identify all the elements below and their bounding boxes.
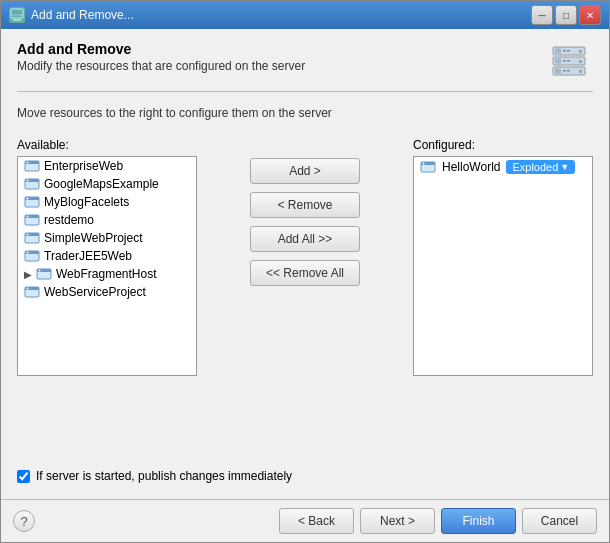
available-label: Available: — [17, 138, 197, 152]
help-button[interactable]: ? — [13, 510, 35, 532]
title-bar: Add and Remove... ─ □ ✕ — [1, 1, 609, 29]
svg-rect-7 — [579, 50, 582, 53]
svg-rect-4 — [555, 49, 561, 54]
exploded-dropdown-arrow[interactable]: ▼ — [560, 162, 569, 172]
close-button[interactable]: ✕ — [579, 5, 601, 25]
publish-checkbox-label[interactable]: If server is started, publish changes im… — [36, 469, 292, 483]
publish-checkbox[interactable] — [17, 470, 30, 483]
transfer-buttons: Add > < Remove Add All >> << Remove All — [197, 158, 413, 286]
page-header: Add and Remove Modify the resources that… — [17, 41, 593, 92]
svg-point-44 — [423, 163, 425, 165]
svg-rect-6 — [567, 50, 570, 52]
back-button[interactable]: < Back — [279, 508, 354, 534]
exploded-label: Exploded — [512, 161, 558, 173]
finish-button[interactable]: Finish — [441, 508, 516, 534]
expand-arrow-icon[interactable]: ▶ — [24, 269, 32, 280]
svg-point-35 — [27, 252, 29, 254]
configured-item-name: HelloWorld — [442, 160, 500, 174]
list-item[interactable]: EnterpriseWeb — [18, 157, 196, 175]
svg-point-32 — [27, 234, 29, 236]
remove-all-button[interactable]: << Remove All — [250, 260, 360, 286]
exploded-badge[interactable]: Exploded ▼ — [506, 160, 575, 174]
remove-button[interactable]: < Remove — [250, 192, 360, 218]
configured-section: Configured: HelloWorld Exploded ▼ — [413, 138, 593, 376]
item-name: WebFragmentHost — [56, 267, 156, 281]
item-name: TraderJEE5Web — [44, 249, 132, 263]
list-item[interactable]: SimpleWebProject — [18, 229, 196, 247]
available-section: Available: EnterpriseWeb — [17, 138, 197, 376]
list-item[interactable]: MyBlogFacelets — [18, 193, 196, 211]
web-project-icon — [36, 267, 52, 281]
page-title: Add and Remove — [17, 41, 523, 57]
svg-rect-11 — [567, 60, 570, 62]
configured-label: Configured: — [413, 138, 593, 152]
cancel-button[interactable]: Cancel — [522, 508, 597, 534]
svg-rect-0 — [11, 9, 23, 18]
web-project-icon — [24, 159, 40, 173]
web-project-icon — [24, 231, 40, 245]
server-icon — [545, 41, 593, 92]
svg-point-20 — [27, 162, 29, 164]
svg-point-26 — [27, 198, 29, 200]
title-bar-left: Add and Remove... — [9, 7, 134, 23]
svg-rect-15 — [563, 70, 566, 72]
page-subtitle: Modify the resources that are configured… — [17, 59, 523, 73]
dialog-content: Add and Remove Modify the resources that… — [1, 29, 609, 499]
list-item[interactable]: TraderJEE5Web — [18, 247, 196, 265]
list-item[interactable]: restdemo — [18, 211, 196, 229]
item-name: SimpleWebProject — [44, 231, 142, 245]
available-list[interactable]: EnterpriseWeb GoogleMapsExample — [17, 156, 197, 376]
dialog-window: Add and Remove... ─ □ ✕ Add and Remove M… — [0, 0, 610, 543]
svg-rect-12 — [579, 60, 582, 63]
configured-list[interactable]: HelloWorld Exploded ▼ — [413, 156, 593, 376]
web-project-icon — [24, 249, 40, 263]
web-project-icon — [420, 160, 436, 174]
item-name: GoogleMapsExample — [44, 177, 159, 191]
svg-rect-16 — [567, 70, 570, 72]
add-button[interactable]: Add > — [250, 158, 360, 184]
window-controls: ─ □ ✕ — [531, 5, 601, 25]
web-project-icon — [24, 195, 40, 209]
svg-rect-17 — [579, 70, 582, 73]
svg-point-29 — [27, 216, 29, 218]
list-item[interactable]: WebServiceProject — [18, 283, 196, 301]
app-icon — [9, 7, 25, 23]
web-project-icon — [24, 285, 40, 299]
dialog-footer: ? < Back Next > Finish Cancel — [1, 499, 609, 542]
footer-left: ? — [13, 510, 35, 532]
svg-rect-9 — [555, 59, 561, 64]
svg-point-23 — [27, 180, 29, 182]
lists-area: Available: EnterpriseWeb — [17, 138, 593, 453]
publish-checkbox-row: If server is started, publish changes im… — [17, 461, 593, 487]
footer-right: < Back Next > Finish Cancel — [279, 508, 597, 534]
item-name: WebServiceProject — [44, 285, 146, 299]
item-name: restdemo — [44, 213, 94, 227]
window-title: Add and Remove... — [31, 8, 134, 22]
add-all-button[interactable]: Add All >> — [250, 226, 360, 252]
list-item[interactable]: GoogleMapsExample — [18, 175, 196, 193]
minimize-button[interactable]: ─ — [531, 5, 553, 25]
item-name: EnterpriseWeb — [44, 159, 123, 173]
instruction-text: Move resources to the right to configure… — [17, 106, 593, 120]
web-project-icon — [24, 213, 40, 227]
svg-point-41 — [27, 288, 29, 290]
svg-rect-14 — [555, 69, 561, 74]
svg-point-38 — [39, 270, 41, 272]
list-item[interactable]: ▶ WebFragmentHost — [18, 265, 196, 283]
maximize-button[interactable]: □ — [555, 5, 577, 25]
svg-rect-5 — [563, 50, 566, 52]
svg-rect-10 — [563, 60, 566, 62]
web-project-icon — [24, 177, 40, 191]
item-name: MyBlogFacelets — [44, 195, 129, 209]
next-button[interactable]: Next > — [360, 508, 435, 534]
configured-item[interactable]: HelloWorld Exploded ▼ — [414, 157, 592, 177]
svg-rect-1 — [13, 19, 21, 21]
